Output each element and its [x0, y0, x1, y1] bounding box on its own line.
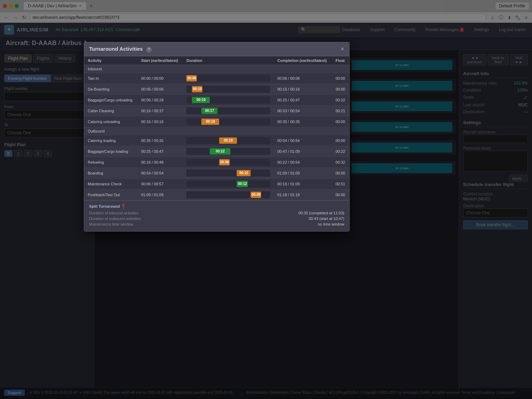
nav-community[interactable]: Community [392, 26, 418, 34]
activity-completion: 00:33 / 00:54 [274, 105, 332, 116]
tab-flight-plan[interactable]: Flight Plan [4, 54, 32, 63]
activity-name: Baggage/Cargo loading [84, 146, 138, 157]
subtab-new[interactable]: New Flight Num [51, 74, 86, 82]
seats-val: ✓ [524, 95, 528, 100]
from-label: From [4, 105, 90, 109]
page-0[interactable]: 0 [4, 150, 13, 157]
page-2[interactable]: 2 [24, 150, 32, 157]
info-icon[interactable]: ⓘ [498, 14, 504, 21]
menu-icon[interactable]: ≡ [523, 14, 529, 21]
address-input[interactable] [29, 14, 486, 21]
table-row: Baggage/Cargo unloading 00:06 / 00:28 00… [84, 94, 349, 105]
nav-search-input[interactable] [298, 26, 340, 33]
nav-items: Database Support Community Private Messa… [340, 26, 528, 34]
subtab-existing[interactable]: Existing Flight Number [4, 74, 51, 82]
outbound-header: Outbound [84, 127, 349, 135]
activity-bar: 00:19 [183, 135, 274, 146]
nav-logout[interactable]: Log out martin [497, 26, 528, 34]
flight-block[interactable]: BY 12 2054 [352, 101, 452, 111]
activity-start: 00:25 / 00:47 [138, 146, 183, 157]
to-select[interactable]: Choose One [4, 128, 90, 137]
tab-history[interactable]: History [55, 54, 75, 63]
flight-block[interactable]: BY 12 2054 [352, 60, 452, 70]
destination-select[interactable]: Choose One [463, 208, 528, 218]
close-dot[interactable] [3, 4, 7, 8]
new-tab-button[interactable]: + [88, 3, 94, 9]
modal-title: Turnaround Activities [89, 46, 143, 52]
flight-block[interactable]: BY 12 2054 [352, 81, 452, 91]
prev-button[interactable]: ◄◄ previous [463, 54, 486, 65]
to-label: To [4, 123, 90, 127]
flight-block[interactable]: BY 12 2054 [352, 122, 452, 132]
col-completion: Completion (earliest/latest) [274, 56, 332, 65]
nav-support[interactable]: Support [368, 26, 387, 34]
duration-bar: 00:10 [192, 86, 202, 92]
col-duration: Duration [183, 56, 274, 65]
activity-name: Cabin Cleaning [84, 105, 138, 116]
activity-float: 00:00 [332, 73, 349, 84]
flight-block[interactable]: BY 12 2054 [352, 163, 452, 173]
support-button[interactable]: Support [4, 390, 25, 396]
activity-bar: 00:17 [183, 105, 274, 116]
aircraft-info-title: Aircraft Info [463, 71, 528, 78]
nickname-input[interactable] [463, 135, 528, 143]
activity-start: 00:00 / 00:00 [138, 73, 183, 84]
browser-chrome: D-AAAB | Dev | AirlineSim ✕ + Default Pr… [0, 0, 532, 23]
flight-block[interactable]: BY 12 2054 [352, 143, 452, 152]
table-row: Maintenance Check 00:06 / 00:57 00:12 00… [84, 178, 349, 189]
nav-messages[interactable]: Private Messages3 [423, 26, 466, 34]
nav-settings[interactable]: Settings [472, 26, 491, 34]
page-3[interactable]: 3 [34, 150, 42, 157]
last-airport-row: Last airport: MUC [463, 102, 528, 107]
nav-database[interactable]: Database [340, 26, 362, 34]
apply-button[interactable]: Apply... [509, 175, 528, 182]
modal-footer: Split Turnaround ❓ Duration of inbound a… [84, 200, 349, 231]
extension-icon[interactable]: 🔧 [515, 14, 521, 21]
duration-bar: 00:22 [210, 148, 230, 155]
browser-tab[interactable]: D-AAAB | Dev | AirlineSim ✕ [24, 2, 86, 10]
activity-float: 00:51 [332, 178, 349, 189]
outbound-duration-val: 00:43 (start at 10:47) [309, 216, 344, 221]
profile-button[interactable]: Default Profile [495, 2, 529, 10]
bookmark-icon[interactable]: ☆ [489, 14, 496, 21]
page-4[interactable]: 4 [44, 150, 52, 157]
activity-completion: 00:25 / 00:47 [274, 94, 332, 105]
flight-number-input[interactable] [4, 92, 90, 101]
activity-completion: 01:18 / 01:18 [274, 189, 332, 200]
activity-start: 00:16 / 00:48 [138, 157, 183, 168]
footer-notice: This game world will end on 2025-06-01 w… [103, 391, 233, 394]
download-icon[interactable]: ⬇ [506, 14, 512, 21]
browser-dots [3, 4, 19, 8]
duration-bar: 00:19 [219, 137, 237, 144]
book-transfer-button[interactable]: Book transfer flight... [463, 220, 528, 229]
airline-info: Air Bavaria▾ 138,497,319 ASS Commercial▾ [56, 27, 140, 32]
forward-button[interactable]: → [12, 15, 19, 20]
next-button[interactable]: next ►► [510, 54, 528, 65]
activity-name: Refueling [84, 157, 138, 168]
reload-button[interactable]: ↻ [21, 15, 27, 20]
duration-bar: 00:19 [192, 97, 210, 103]
page-1[interactable]: 1 [14, 150, 22, 157]
section-inbound: Inbound [84, 65, 349, 73]
activity-float: 00:21 [332, 105, 349, 116]
dev-label: ⚙ DEV [29, 391, 40, 394]
duration-bar: 00:09 [251, 192, 261, 198]
notes-textarea[interactable] [463, 151, 528, 172]
tab-flights[interactable]: Flights [33, 54, 53, 63]
back-button[interactable]: ← [3, 15, 10, 20]
tab-close-icon[interactable]: ✕ [79, 4, 82, 8]
modal-help-icon[interactable]: ? [146, 47, 152, 52]
activity-start: 00:16 / 00:37 [138, 105, 183, 116]
maximize-dot[interactable] [15, 4, 19, 8]
left-panel: Flight Plan Flights History Assign a new… [0, 50, 94, 387]
col-float: Float [332, 56, 349, 65]
credits-label: 1410 Credits [82, 391, 102, 394]
modal-close-button[interactable]: × [340, 46, 344, 52]
col-activity: Activity [84, 56, 138, 65]
from-select[interactable]: Choose One [4, 110, 90, 119]
minimize-dot[interactable] [9, 4, 13, 8]
back-to-fleet-button[interactable]: back to fleet [488, 54, 509, 65]
modal-title-area: Turnaround Activities ? [89, 46, 152, 52]
activity-table: Activity Start (earliest/latest) Duratio… [84, 56, 349, 200]
logo-area: ✈ AIRLINESIM [4, 25, 49, 35]
